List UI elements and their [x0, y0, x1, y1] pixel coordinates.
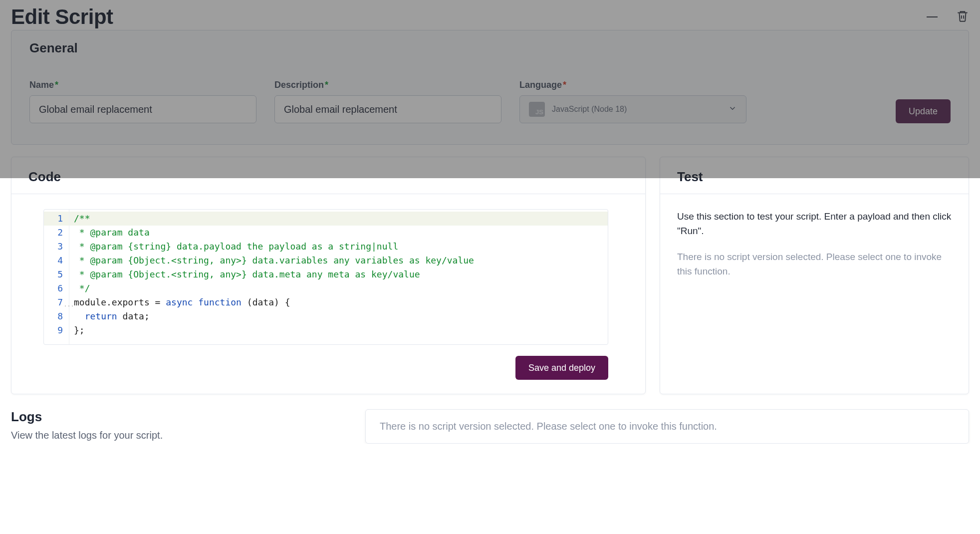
code-editor[interactable]: 1/** 2 * @param data 3 * @param {string}… [43, 209, 608, 345]
divider [660, 194, 969, 194]
test-card: Test Use this section to test your scrip… [660, 157, 969, 394]
minimize-icon[interactable] [926, 16, 938, 18]
page-header: Edit Script [0, 0, 980, 30]
code-section-title: Code [28, 169, 628, 185]
logs-section: Logs View the latest logs for your scrip… [0, 394, 980, 444]
header-actions [926, 9, 969, 25]
code-line-2: * @param data [69, 226, 150, 240]
description-field-group: Description* [274, 80, 501, 123]
page-title: Edit Script [11, 5, 113, 29]
code-line-3: * @param {string} data.payload the paylo… [69, 240, 398, 254]
general-section-title: General [29, 40, 951, 56]
js-icon: JS [529, 102, 545, 117]
language-label: Language* [519, 80, 746, 90]
test-section-title: Test [677, 169, 952, 185]
code-line-1: /** [69, 212, 90, 226]
description-input[interactable] [274, 95, 501, 123]
code-line-9: }; [69, 323, 85, 337]
logs-empty-message: There is no script version selected. Ple… [365, 409, 969, 444]
description-label: Description* [274, 80, 501, 90]
code-line-8: return data; [69, 309, 150, 323]
save-and-deploy-button[interactable]: Save and deploy [515, 356, 608, 380]
general-form-row: Name* Description* Language* JS JavaScri… [29, 80, 951, 123]
language-field-group: Language* JS JavaScript (Node 18) [519, 80, 746, 123]
panels-row: Code 1/** 2 * @param data 3 * @param {st… [0, 157, 980, 394]
trash-icon[interactable] [956, 9, 969, 25]
test-description: Use this section to test your script. En… [677, 209, 952, 239]
name-label: Name* [29, 80, 256, 90]
name-input[interactable] [29, 95, 256, 123]
fold-indicator-icon[interactable]: ··· [64, 299, 74, 313]
language-select[interactable]: JS JavaScript (Node 18) [519, 95, 746, 123]
divider [11, 194, 645, 194]
code-line-5: * @param {Object.<string, any>} data.met… [69, 267, 420, 281]
test-empty-message: There is no script version selected. Ple… [677, 250, 952, 279]
code-line-4: * @param {Object.<string, any>} data.var… [69, 254, 474, 267]
code-card: Code 1/** 2 * @param data 3 * @param {st… [11, 157, 646, 394]
name-field-group: Name* [29, 80, 256, 123]
logs-section-title: Logs [11, 409, 345, 425]
language-value: JavaScript (Node 18) [552, 105, 627, 114]
general-card: General Name* Description* Language* JS … [11, 30, 969, 145]
chevron-down-icon [728, 104, 737, 115]
logs-subtitle: View the latest logs for your script. [11, 430, 345, 441]
code-line-6: */ [69, 281, 90, 295]
code-line-7: module.exports = async function (data) { [69, 295, 290, 309]
update-button[interactable]: Update [896, 99, 951, 123]
